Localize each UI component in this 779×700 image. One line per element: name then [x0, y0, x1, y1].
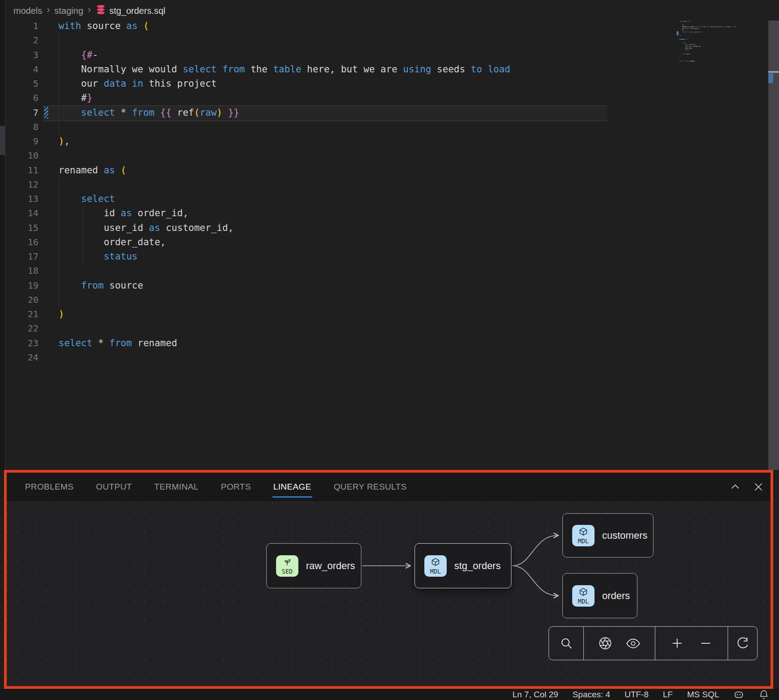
panel-tab-ports[interactable]: PORTS [221, 473, 251, 501]
indent-guide [59, 293, 59, 307]
line-number: 11 [0, 163, 38, 177]
seed-icon [283, 557, 292, 568]
zoom-out-icon[interactable] [699, 637, 712, 650]
code-line[interactable]: 9), [0, 134, 677, 148]
cube-icon [579, 527, 588, 538]
breadcrumb-file[interactable]: stg_orders.sql [96, 4, 166, 17]
panel-actions [729, 473, 764, 501]
eol-sequence[interactable]: LF [663, 690, 673, 700]
bottom-panel: PROBLEMSOUTPUTTERMINALPORTSLINEAGEQUERY … [4, 470, 773, 689]
code-token: select [81, 107, 115, 118]
code-editor[interactable]: models › staging › stg_orders.sql 1with … [0, 0, 779, 470]
code-token: * [115, 107, 132, 118]
refresh-icon[interactable] [736, 637, 750, 650]
code-line[interactable]: 8 [0, 120, 677, 134]
code-line[interactable]: 15 user_id as customer_id, [0, 221, 677, 235]
code-token [59, 107, 81, 118]
code-token [155, 107, 160, 118]
line-number: 2 [0, 33, 38, 47]
code-token: {{ [160, 107, 172, 118]
lineage-node-raw_orders[interactable]: SEDraw_orders [266, 543, 361, 588]
code-line[interactable]: 23select * from renamed [0, 336, 677, 350]
code-line[interactable]: 16 order_date, [0, 235, 677, 249]
code-line[interactable]: 19 from source [0, 278, 677, 293]
zoom-in-icon[interactable] [670, 637, 684, 650]
code-line[interactable]: 6 #} [0, 91, 677, 105]
panel-tab-terminal[interactable]: TERMINAL [154, 473, 198, 501]
overview-ruler-line-marker [768, 71, 779, 73]
code-line[interactable]: 3 {#- [0, 48, 677, 62]
code-token [222, 107, 228, 118]
code-line[interactable]: 10 [0, 148, 677, 163]
lineage-node-customers[interactable]: MDLcustomers [562, 513, 653, 557]
code-token: select [81, 193, 115, 204]
code-token: ( [143, 21, 149, 31]
breadcrumb-segment[interactable]: staging [54, 6, 84, 16]
line-number: 24 [0, 350, 38, 365]
aperture-icon[interactable] [599, 637, 612, 650]
line-number: 18 [0, 264, 38, 278]
chevron-right-icon: › [46, 4, 50, 16]
breadcrumb-segment[interactable]: models [13, 6, 42, 16]
code-line[interactable]: 18 [0, 264, 677, 278]
lineage-node-orders[interactable]: MDLorders [562, 573, 637, 618]
maximize-panel-button[interactable] [729, 481, 741, 493]
panel-tab-bar: PROBLEMSOUTPUTTERMINALPORTSLINEAGEQUERY … [7, 473, 771, 501]
search-icon[interactable] [560, 637, 573, 650]
code-token: seeds [431, 64, 471, 75]
code-line[interactable]: 5 our data in this project [0, 76, 677, 91]
code-line[interactable]: 20 [0, 293, 677, 307]
panel-tab-problems[interactable]: PROBLEMS [25, 473, 74, 501]
node-label: customers [602, 530, 647, 541]
code-line[interactable]: 17 status [0, 249, 677, 264]
code-line[interactable]: 2 [0, 33, 677, 47]
line-number: 15 [0, 221, 38, 235]
close-panel-button[interactable] [753, 481, 764, 493]
language-mode[interactable]: MS SQL [687, 690, 719, 700]
panel-tab-lineage[interactable]: LINEAGE [273, 473, 311, 501]
encoding[interactable]: UTF-8 [624, 690, 649, 700]
minimap[interactable]: with source as ( {#- Normally we would s… [679, 21, 764, 74]
code-area[interactable]: 1with source as (23 {#-4 Normally we wou… [0, 19, 677, 365]
code-token: }} [228, 107, 239, 118]
code-line[interactable]: 7 select * from {{ ref(raw) }} [0, 105, 677, 120]
code-token: our [59, 78, 104, 89]
code-token: from [81, 280, 104, 291]
code-token: with [59, 21, 81, 31]
code-token: select from [183, 64, 245, 75]
code-line[interactable]: 11renamed as ( [0, 163, 677, 177]
editor-scrollbar[interactable] [768, 21, 779, 470]
code-token: from [132, 107, 155, 118]
line-number: 17 [0, 249, 38, 264]
indentation[interactable]: Spaces: 4 [573, 690, 611, 700]
code-token: ) [59, 309, 64, 319]
code-token [59, 50, 81, 60]
panel-tab-output[interactable]: OUTPUT [96, 473, 132, 501]
code-line[interactable]: 1with source as ( [0, 19, 677, 33]
lineage-node-stg_orders[interactable]: MDLstg_orders [415, 543, 511, 588]
eye-icon[interactable] [626, 637, 640, 650]
copilot-icon[interactable] [733, 689, 744, 700]
code-token: order_date, [59, 237, 166, 247]
code-line[interactable]: 21) [0, 307, 677, 321]
code-line[interactable]: 12 [0, 177, 677, 192]
code-token: table [273, 64, 301, 75]
code-line[interactable]: 13 select [0, 192, 677, 206]
bell-icon[interactable] [758, 689, 769, 700]
panel-tab-query-results[interactable]: QUERY RESULTS [334, 473, 407, 501]
lineage-canvas[interactable]: SEDraw_ordersMDLstg_ordersMDLcustomersMD… [7, 501, 771, 686]
code-line[interactable]: 24 [0, 350, 677, 365]
code-token: } [87, 92, 92, 103]
badge-label: MDL [430, 569, 441, 574]
node-label: raw_orders [306, 560, 355, 572]
code-token: raw [200, 107, 217, 118]
indent-guide [59, 120, 59, 134]
cursor-position[interactable]: Ln 7, Col 29 [512, 690, 558, 700]
code-line[interactable]: 14 id as order_id, [0, 206, 677, 220]
code-line[interactable]: 4 Normally we would select from the tabl… [0, 62, 677, 76]
indent-guide [59, 264, 59, 278]
node-label: orders [602, 590, 630, 602]
line-number: 20 [0, 293, 38, 307]
code-line[interactable]: 22 [0, 321, 677, 335]
cube-badge: MDL [424, 555, 447, 577]
